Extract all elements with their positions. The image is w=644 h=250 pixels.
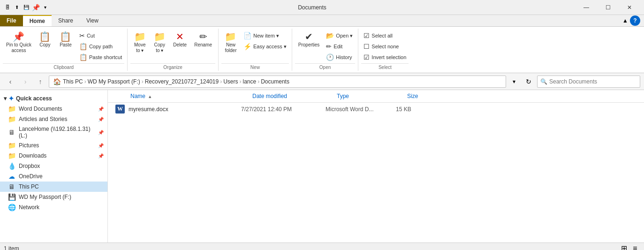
title-bar-icons: 🗄 ⬆ 💾 📌 ▾ [4, 4, 49, 11]
dropdown-arrow-icon[interactable]: ▾ [41, 4, 49, 11]
sidebar-item-wd-passport[interactable]: 💾 WD My Passport (F:) [0, 192, 107, 202]
sidebar-item-downloads[interactable]: 📁 Downloads 📌 [0, 151, 107, 161]
ribbon-content: 📌 Pin to Quickaccess 📋 Copy 📋 Paste ✂ [0, 27, 644, 73]
edit-button[interactable]: ✏ Edit [324, 41, 355, 52]
clipboard-label: Clipboard [3, 63, 124, 70]
lance-home-label: LanceHome (\\192.168.1.31) (L:) [19, 126, 95, 139]
search-input[interactable] [549, 78, 637, 85]
breadcrumb-recovery[interactable]: Recovery_20210727_124019 [145, 78, 219, 85]
network-drive-icon: 🖥 [8, 129, 16, 136]
word-documents-label: Word Documents [19, 106, 95, 112]
window-title: Documents [49, 4, 576, 11]
rename-button[interactable]: ✏ Rename [191, 30, 215, 50]
new-folder-button[interactable]: 📁 Newfolder [221, 30, 240, 56]
move-to-button[interactable]: 📁 Moveto ▾ [130, 30, 149, 56]
breadcrumb-wd-passport[interactable]: WD My Passport (F:) [88, 78, 140, 85]
easy-access-button[interactable]: ⚡ Easy access ▾ [241, 41, 289, 52]
pictures-label: Pictures [19, 142, 95, 149]
select-items: ☑ Select all ☐ Select none ☑ Invert sele… [361, 30, 409, 62]
copy-path-icon: 📋 [79, 43, 87, 50]
clipboard-items: 📌 Pin to Quickaccess 📋 Copy 📋 Paste ✂ [3, 30, 124, 62]
pin-icon: 📌 [98, 130, 104, 135]
cut-button[interactable]: ✂ Cut [77, 30, 124, 41]
forward-button[interactable]: › [19, 75, 32, 88]
select-all-button[interactable]: ☑ Select all [361, 30, 409, 41]
list-view-button[interactable]: ≡ [630, 243, 640, 250]
paste-button[interactable]: 📋 Paste [55, 30, 76, 50]
sidebar-item-this-pc[interactable]: 🖥 This PC [0, 182, 107, 192]
back-button[interactable]: ‹ [4, 75, 17, 88]
address-dropdown-button[interactable]: ▾ [508, 76, 520, 88]
col-header-date[interactable]: Date modified [250, 92, 335, 100]
close-button[interactable]: ✕ [619, 0, 640, 15]
sidebar-item-network[interactable]: 🌐 Network [0, 202, 107, 212]
address-path[interactable]: 🏠 This PC › WD My Passport (F:) › Recove… [49, 76, 506, 88]
sidebar-item-articles[interactable]: 📁 Articles and Stories 📌 [0, 114, 107, 124]
properties-button[interactable]: ✔ Properties [295, 30, 323, 50]
copy-icon: 📋 [39, 32, 51, 41]
network-icon: 🌐 [8, 204, 16, 211]
sidebar-item-pictures[interactable]: 📁 Pictures 📌 [0, 140, 107, 151]
up-button[interactable]: ↑ [34, 75, 47, 88]
help-button[interactable]: ? [630, 15, 640, 26]
paste-icon: 📋 [60, 32, 71, 41]
ribbon-collapse-button[interactable]: ▲ [622, 17, 628, 24]
address-bar: ‹ › ↑ 🏠 This PC › WD My Passport (F:) › … [0, 73, 644, 90]
new-label: New [221, 63, 289, 70]
delete-button[interactable]: ✕ Delete [170, 30, 190, 50]
grid-view-button[interactable]: ⊞ [619, 243, 629, 250]
sidebar-item-word-documents[interactable]: 📁 Word Documents 📌 [0, 104, 107, 114]
this-pc-icon: 🖥 [8, 183, 16, 190]
downloads-label: Downloads [19, 152, 95, 159]
ribbon-group-select: ☑ Select all ☐ Select none ☑ Invert sele… [358, 29, 411, 71]
view-toggle: ⊞ ≡ [619, 243, 640, 250]
rename-icon: ✏ [199, 32, 207, 41]
copy-button[interactable]: 📋 Copy [36, 30, 54, 50]
copy-to-button[interactable]: 📁 Copyto ▾ [150, 30, 169, 56]
copy-path-button[interactable]: 📋 Copy path [77, 41, 124, 52]
tab-file[interactable]: File [0, 15, 23, 26]
search-box[interactable]: 🔍 [537, 76, 640, 88]
clipboard-small-buttons: ✂ Cut 📋 Copy path 📋 Paste shortcut [77, 30, 124, 62]
col-header-name[interactable]: Name ▲ [129, 92, 250, 100]
breadcrumb-this-pc[interactable]: This PC [63, 78, 83, 85]
window-icon: 🗄 [4, 4, 11, 11]
paste-shortcut-button[interactable]: 📋 Paste shortcut [77, 52, 124, 62]
ribbon-group-clipboard: 📌 Pin to Quickaccess 📋 Copy 📋 Paste ✂ [0, 29, 128, 71]
pin-icon: 📌 [13, 32, 24, 41]
open-button[interactable]: 📂 Open ▾ [324, 30, 355, 41]
quick-access-header[interactable]: ▾ ✦ Quick access [0, 92, 107, 104]
new-item-button[interactable]: 📄 New item ▾ [241, 30, 289, 41]
word-file-icon: W [115, 105, 125, 114]
breadcrumb-users[interactable]: Users [223, 78, 238, 85]
file-size: 15 KB [396, 106, 433, 113]
file-name: myresume.docx [129, 106, 241, 113]
maximize-button[interactable]: ☐ [597, 0, 619, 15]
status-bar: 1 item ⊞ ≡ [0, 242, 644, 250]
sidebar-item-dropbox[interactable]: 💧 Dropbox [0, 161, 107, 171]
folder-icon: 📁 [8, 142, 16, 149]
open-label: Open [295, 63, 356, 70]
pin-to-quick-access-button[interactable]: 📌 Pin to Quickaccess [3, 30, 35, 56]
breadcrumb-documents[interactable]: Documents [261, 78, 289, 85]
col-header-size[interactable]: Size [405, 92, 443, 100]
refresh-button[interactable]: ↻ [522, 75, 535, 88]
sidebar-item-onedrive[interactable]: ☁ OneDrive [0, 171, 107, 182]
invert-selection-button[interactable]: ☑ Invert selection [361, 52, 409, 62]
folder-icon: 📁 [8, 152, 16, 159]
file-type: Microsoft Word D... [326, 106, 396, 113]
col-header-type[interactable]: Type [335, 92, 405, 100]
tab-view[interactable]: View [80, 15, 105, 26]
minimize-button[interactable]: — [576, 0, 597, 15]
sidebar-item-lance-home[interactable]: 🖥 LanceHome (\\192.168.1.31) (L:) 📌 [0, 124, 107, 140]
edit-icon: ✏ [326, 43, 332, 50]
tab-share[interactable]: Share [52, 15, 80, 26]
select-none-button[interactable]: ☐ Select none [361, 41, 409, 52]
tab-home[interactable]: Home [23, 15, 52, 26]
dropbox-label: Dropbox [19, 163, 104, 169]
wd-passport-label: WD My Passport (F:) [19, 194, 104, 200]
new-small-buttons: 📄 New item ▾ ⚡ Easy access ▾ [241, 30, 289, 52]
breadcrumb-lance[interactable]: lance [243, 78, 257, 85]
table-row[interactable]: W myresume.docx 7/27/2021 12:40 PM Micro… [108, 103, 644, 116]
history-button[interactable]: 🕐 History [324, 52, 355, 62]
